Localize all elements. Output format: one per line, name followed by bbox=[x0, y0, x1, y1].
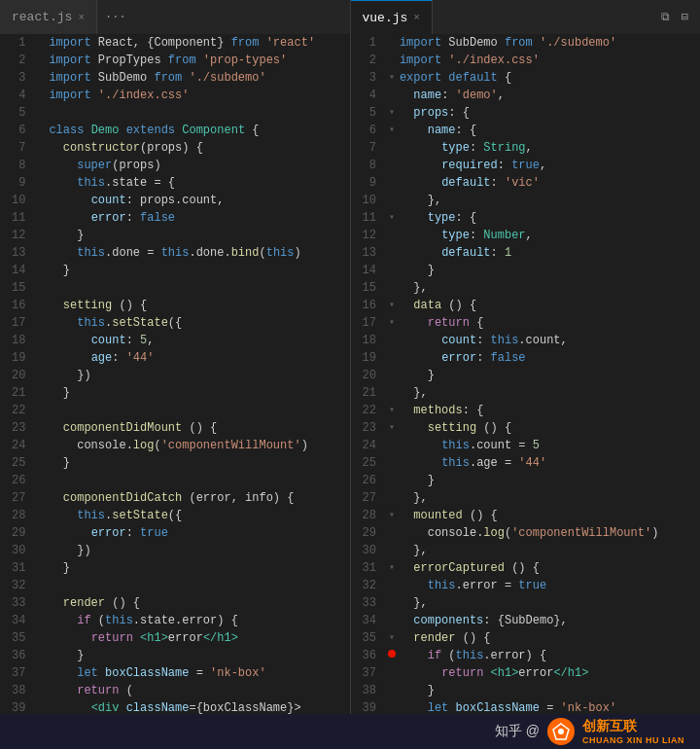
right-code-lines[interactable]: import SubDemo from './subdemo'import '.… bbox=[400, 34, 700, 714]
tab-vue-js[interactable]: vue.js × bbox=[351, 0, 433, 34]
logo-circle bbox=[547, 718, 575, 745]
left-editor-pane: 1234567891011121314151617181920212223242… bbox=[0, 34, 351, 714]
logo-main-text: 创新互联 CHUANG XIN HU LIAN bbox=[582, 718, 684, 745]
tab-react-js[interactable]: react.js × bbox=[0, 0, 97, 34]
tab-more-left[interactable]: ··· bbox=[97, 0, 134, 34]
split-editor-icon[interactable]: ⧉ bbox=[657, 9, 674, 26]
vue-tab-close[interactable]: × bbox=[413, 12, 420, 23]
left-code-content: 1234567891011121314151617181920212223242… bbox=[0, 34, 350, 714]
collapse-icon[interactable]: ⊟ bbox=[678, 8, 692, 26]
left-fold-indicators bbox=[33, 34, 49, 714]
left-line-numbers: 1234567891011121314151617181920212223242… bbox=[0, 34, 33, 714]
tab-bar: react.js × ··· vue.js × ⧉ ⊟ bbox=[0, 0, 700, 34]
left-code-lines[interactable]: import React, {Component} from 'react'im… bbox=[49, 34, 349, 714]
right-editor-pane: 1234567891011121314151617181920212223242… bbox=[351, 34, 701, 714]
right-fold-indicators: ▾▾▾▾▾▾▾▾▾▾▾▾▾▾ bbox=[384, 34, 400, 714]
editor-area: 1234567891011121314151617181920212223242… bbox=[0, 34, 700, 714]
right-code-content: 1234567891011121314151617181920212223242… bbox=[351, 34, 701, 714]
watermark-logo: 创新互联 CHUANG XIN HU LIAN bbox=[582, 718, 684, 745]
logo-en-text: CHUANG XIN HU LIAN bbox=[582, 735, 684, 745]
watermark-text: 知乎 @ bbox=[495, 723, 540, 740]
watermark-bar: 知乎 @ 创新互联 CHUANG XIN HU LIAN bbox=[0, 714, 700, 749]
react-tab-label: react.js bbox=[12, 10, 72, 24]
vue-tab-label: vue.js bbox=[363, 11, 408, 25]
left-tab-group: react.js × ··· bbox=[0, 0, 351, 34]
react-tab-close[interactable]: × bbox=[78, 12, 85, 23]
logo-cn-text: 创新互联 bbox=[582, 718, 684, 735]
right-tab-icons: ⧉ ⊟ bbox=[649, 0, 700, 34]
svg-point-1 bbox=[558, 729, 564, 734]
right-tab-group: vue.js × ⧉ ⊟ bbox=[351, 0, 701, 34]
right-line-numbers: 1234567891011121314151617181920212223242… bbox=[351, 34, 384, 714]
